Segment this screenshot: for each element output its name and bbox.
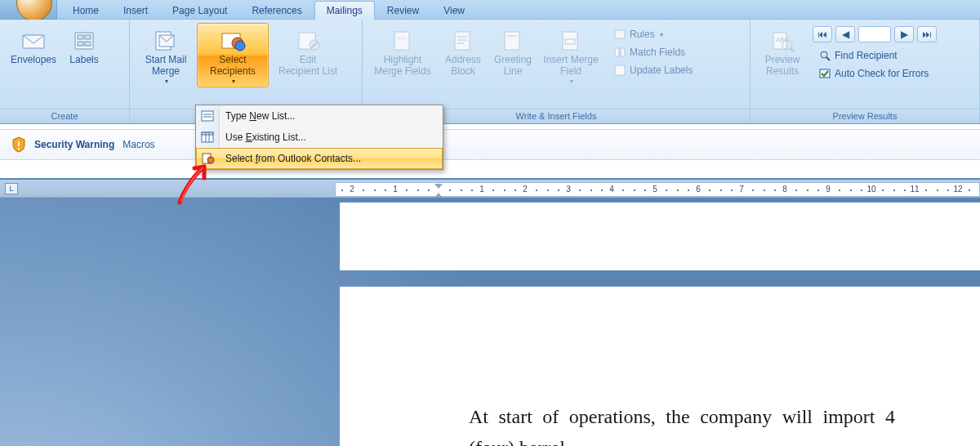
svg-rect-5 bbox=[85, 42, 91, 46]
svg-text:ABC: ABC bbox=[776, 36, 790, 43]
greeting-line-button[interactable]: Greeting Line bbox=[488, 23, 537, 80]
document-paragraph-1: At start of operations, the company will… bbox=[469, 401, 895, 446]
labels-icon bbox=[71, 27, 97, 53]
menu-outlook-label: Select from Outlook Contacts... bbox=[225, 153, 361, 164]
find-recipient-label: Find Recipient bbox=[835, 50, 898, 61]
chevron-down-icon: ▾ bbox=[570, 78, 573, 85]
search-icon bbox=[818, 49, 831, 62]
find-recipient-button[interactable]: Find Recipient bbox=[813, 47, 937, 64]
select-recipients-button[interactable]: Select Recipients ▾ bbox=[197, 23, 269, 87]
svg-rect-25 bbox=[615, 48, 619, 56]
envelopes-label: Envelopes bbox=[11, 55, 56, 66]
office-button[interactable] bbox=[16, 0, 52, 21]
insert-merge-field-button[interactable]: Insert Merge Field ▾ bbox=[537, 23, 604, 87]
rules-icon bbox=[613, 28, 626, 41]
record-navigation: ⏮ ◀ ▶ ⏭ bbox=[809, 23, 940, 46]
tab-review[interactable]: Review bbox=[375, 1, 431, 19]
menu-use-existing-list[interactable]: Use Existing List... bbox=[196, 127, 443, 148]
select-recipients-label: Select Recipients bbox=[210, 55, 256, 78]
svg-point-32 bbox=[821, 51, 827, 58]
auto-check-errors-button[interactable]: Auto Check for Errors bbox=[813, 65, 937, 82]
edit-recipient-list-button[interactable]: Edit Recipient List bbox=[269, 23, 347, 80]
outlook-contacts-icon bbox=[202, 152, 215, 165]
menu-type-new-list[interactable]: Type New List... bbox=[196, 105, 443, 127]
envelopes-button[interactable]: Envelopes bbox=[5, 23, 62, 69]
update-labels-button[interactable]: Update Labels bbox=[608, 62, 698, 78]
horizontal-ruler[interactable]: 21123456789101112 bbox=[335, 182, 980, 197]
labels-label: Labels bbox=[69, 55, 98, 66]
tab-home[interactable]: Home bbox=[60, 1, 111, 19]
group-create-title: Create bbox=[0, 109, 129, 123]
greeting-icon bbox=[500, 27, 526, 53]
match-fields-icon bbox=[613, 46, 626, 59]
preview-results-button[interactable]: ABC Preview Results bbox=[755, 23, 809, 80]
use-existing-list-icon bbox=[201, 131, 214, 144]
rules-button[interactable]: Rules ▾ bbox=[608, 26, 698, 42]
svg-point-45 bbox=[207, 157, 214, 163]
greeting-label: Greeting Line bbox=[494, 55, 532, 78]
ribbon: Envelopes Labels Create Start Mail Merge… bbox=[0, 20, 980, 124]
svg-line-30 bbox=[791, 48, 794, 51]
address-block-button[interactable]: Address Block bbox=[438, 23, 488, 80]
svg-rect-26 bbox=[621, 48, 625, 56]
start-mail-merge-button[interactable]: Start Mail Merge ▾ bbox=[135, 23, 197, 87]
tab-page-layout[interactable]: Page Layout bbox=[160, 1, 239, 19]
svg-rect-16 bbox=[455, 32, 470, 50]
tab-mailings[interactable]: Mailings bbox=[314, 1, 375, 20]
svg-rect-35 bbox=[18, 141, 20, 146]
svg-point-10 bbox=[235, 41, 245, 51]
prev-record-button[interactable]: ◀ bbox=[835, 26, 855, 42]
mail-merge-icon bbox=[153, 27, 179, 53]
svg-rect-15 bbox=[397, 37, 407, 40]
tab-view[interactable]: View bbox=[431, 1, 477, 19]
insert-merge-label: Insert Merge Field bbox=[543, 55, 598, 78]
tab-selector[interactable]: L bbox=[5, 183, 18, 194]
svg-rect-41 bbox=[202, 132, 213, 135]
edit-recipient-list-label: Edit Recipient List bbox=[278, 55, 337, 78]
indent-marker[interactable] bbox=[434, 184, 443, 189]
match-fields-label: Match Fields bbox=[630, 47, 685, 58]
chevron-down-icon: ▾ bbox=[660, 31, 663, 38]
labels-button[interactable]: Labels bbox=[62, 23, 106, 69]
svg-rect-27 bbox=[615, 65, 625, 75]
document-page[interactable]: At start of operations, the company will… bbox=[340, 286, 980, 446]
group-preview-title: Preview Results bbox=[751, 109, 979, 123]
highlight-label: Highlight Merge Fields bbox=[374, 55, 430, 78]
ribbon-tabstrip: Home Insert Page Layout References Maili… bbox=[57, 0, 980, 20]
menu-use-existing-label: Use Existing List... bbox=[225, 132, 306, 143]
start-mail-merge-label: Start Mail Merge bbox=[145, 55, 187, 78]
insert-merge-icon bbox=[558, 27, 584, 53]
security-warning-bar: Security Warning Macros bbox=[0, 129, 980, 160]
svg-rect-4 bbox=[78, 42, 83, 46]
svg-rect-20 bbox=[505, 32, 519, 50]
update-labels-label: Update Labels bbox=[630, 65, 693, 76]
security-warning-title: Security Warning bbox=[34, 139, 114, 150]
select-recipients-menu: Type New List... Use Existing List... Se… bbox=[195, 105, 443, 170]
recipients-icon bbox=[220, 27, 246, 53]
first-record-button[interactable]: ⏮ bbox=[813, 26, 832, 42]
record-number-field[interactable] bbox=[858, 26, 891, 42]
svg-line-33 bbox=[826, 57, 830, 60]
office-button-area bbox=[0, 0, 57, 20]
match-fields-button[interactable]: Match Fields bbox=[608, 44, 698, 60]
next-record-button[interactable]: ▶ bbox=[894, 26, 914, 42]
menu-select-from-outlook[interactable]: Select from Outlook Contacts... bbox=[196, 148, 443, 169]
tab-insert[interactable]: Insert bbox=[111, 1, 160, 19]
auto-check-label: Auto Check for Errors bbox=[835, 68, 929, 79]
chevron-down-icon: ▾ bbox=[232, 78, 235, 85]
rules-label: Rules bbox=[630, 29, 655, 40]
update-labels-icon bbox=[613, 64, 626, 77]
tab-references[interactable]: References bbox=[239, 1, 314, 19]
svg-rect-14 bbox=[394, 32, 409, 50]
svg-rect-2 bbox=[78, 35, 83, 39]
last-record-button[interactable]: ⏭ bbox=[917, 26, 937, 42]
edit-list-icon bbox=[295, 27, 321, 53]
svg-rect-36 bbox=[18, 148, 20, 149]
svg-rect-34 bbox=[820, 69, 830, 78]
highlight-merge-fields-button[interactable]: Highlight Merge Fields bbox=[368, 23, 438, 80]
ruler-bar: L 21123456789101112 bbox=[0, 178, 980, 198]
svg-rect-37 bbox=[202, 111, 213, 121]
highlight-icon bbox=[390, 27, 416, 53]
address-label: Address Block bbox=[445, 55, 481, 78]
envelope-icon bbox=[20, 27, 47, 53]
